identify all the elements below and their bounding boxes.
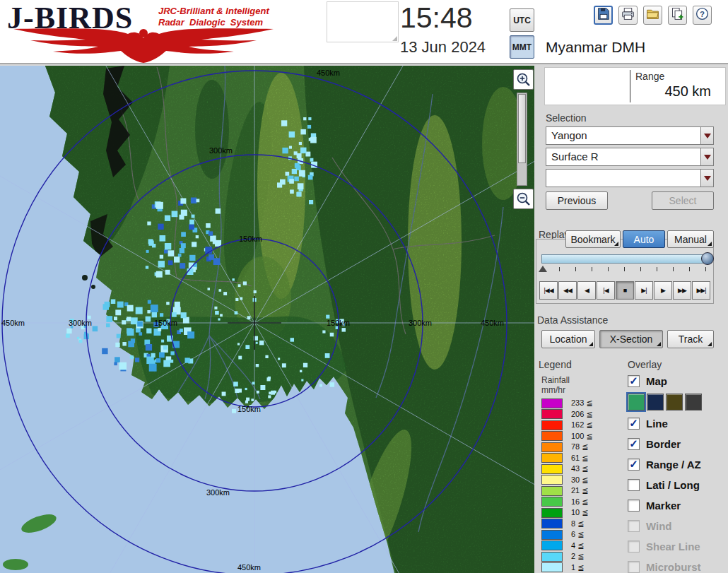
bookmark-button[interactable]: Bookmark	[565, 230, 621, 248]
rewind-button[interactable]: ◀◀	[558, 281, 577, 300]
legend-row: 233 ≦	[541, 398, 593, 409]
checkmark-icon: ✓	[629, 459, 638, 469]
ring-label: 300km	[206, 488, 230, 497]
dropdown-arrow-icon[interactable]	[700, 148, 714, 166]
dropdown-arrow-icon[interactable]	[700, 169, 714, 187]
zoom-scrollbar-thumb[interactable]	[518, 94, 526, 163]
replay-timeline-slider[interactable]	[541, 254, 710, 264]
open-button[interactable]	[643, 6, 662, 25]
ring-label: 450km	[317, 69, 340, 77]
skip-end-button[interactable]: ▶▶|	[692, 281, 710, 300]
legend-value: 100 ≦	[571, 432, 593, 441]
export-button[interactable]	[668, 6, 687, 25]
help-button[interactable]: ?	[693, 6, 712, 25]
legend-color-swatch	[541, 398, 563, 408]
fast-forward-button[interactable]: ▶▶	[673, 281, 691, 300]
manual-button[interactable]: Manual	[667, 230, 714, 248]
auto-button[interactable]: Auto	[623, 230, 665, 248]
previous-button[interactable]: Previous	[546, 191, 608, 210]
checkbox-border[interactable]: ✓	[628, 438, 640, 450]
dropdown-arrow-icon[interactable]	[700, 126, 714, 145]
header-bar: J-BIRDS JRC-Brilliant & Intelligent Rada…	[0, 0, 728, 64]
legend-row: 162 ≦	[541, 420, 593, 431]
overlay-row-range-az: ✓Range / AZ	[628, 456, 728, 472]
extra-dropdown-value[interactable]	[546, 169, 700, 187]
legend-color-swatch	[541, 409, 563, 419]
site-dropdown[interactable]: Yangon	[546, 126, 714, 145]
map-style-swatch-1[interactable]	[628, 394, 645, 410]
legend-row: 43 ≦	[541, 463, 593, 475]
overlay-label: Border	[646, 438, 681, 450]
legend-row: 10 ≦	[541, 507, 593, 519]
range-divider	[630, 70, 630, 102]
island	[3, 559, 28, 570]
product-dropdown[interactable]: Surface R	[546, 148, 714, 166]
magnifier-plus-icon	[516, 72, 532, 88]
overlay-label: Map	[646, 375, 667, 387]
logo-tagline-1: JRC-Brilliant & Intelligent	[158, 6, 269, 16]
track-button[interactable]: Track	[667, 330, 714, 348]
mmt-button[interactable]: MMT	[510, 35, 534, 59]
print-icon	[621, 6, 635, 24]
play-reverse-button[interactable]: ◀	[577, 281, 596, 300]
step-forward-button[interactable]: ▶|	[635, 281, 653, 300]
legend-row: 78 ≦	[541, 442, 593, 453]
utc-button[interactable]: UTC	[510, 8, 534, 32]
legend-value: 206 ≦	[571, 410, 593, 419]
legend-row: 61 ≦	[541, 453, 593, 464]
checkbox-map[interactable]: ✓	[628, 375, 640, 387]
overlay-row-microburst: Microburst	[628, 559, 728, 573]
skip-start-button[interactable]: |◀◀	[539, 281, 558, 300]
play-button[interactable]: ▶	[654, 281, 672, 300]
legend-row: 4 ≦	[541, 540, 593, 552]
playback-controls: |◀◀◀◀◀|◀■▶|▶▶▶▶▶|	[539, 281, 710, 300]
legend-row: 2 ≦	[541, 551, 593, 562]
overlay-label: Wind	[646, 520, 672, 532]
select-button[interactable]: Select	[652, 191, 714, 210]
legend-scale: 233 ≦206 ≦162 ≦100 ≦78 ≦61 ≦43 ≦30 ≦21 ≦…	[541, 398, 593, 573]
legend-value: 162 ≦	[571, 420, 593, 430]
legend-row: 30 ≦	[541, 475, 593, 486]
legend-row: 100 ≦	[541, 431, 593, 442]
legend-row: 206 ≦	[541, 409, 593, 420]
location-button[interactable]: Location	[541, 330, 595, 348]
x-section-button[interactable]: X-Section	[599, 330, 663, 348]
overlay-label: Microburst	[646, 561, 701, 573]
svg-text:?: ?	[700, 10, 705, 18]
checkmark-icon: ✓	[629, 439, 638, 449]
site-dropdown-value[interactable]: Yangon	[546, 126, 700, 145]
print-button[interactable]	[618, 6, 638, 25]
stop-button[interactable]: ■	[616, 281, 634, 300]
timeline-thumb[interactable]	[701, 252, 714, 265]
map-style-swatch-4[interactable]	[685, 394, 702, 410]
range-display: Range 450 km	[544, 67, 726, 105]
step-back-button[interactable]: |◀	[597, 281, 615, 300]
checkbox-line[interactable]: ✓	[628, 418, 640, 430]
zoom-in-button[interactable]	[513, 69, 534, 90]
map-style-swatch-2[interactable]	[647, 394, 664, 410]
save-button[interactable]	[594, 6, 613, 25]
zoom-out-button[interactable]	[513, 189, 534, 209]
extra-dropdown[interactable]	[546, 169, 714, 187]
checkbox-marker[interactable]	[628, 500, 640, 512]
legend-color-swatch	[541, 540, 563, 550]
range-value: 450 km	[664, 83, 711, 100]
checkbox-lati-long[interactable]	[628, 479, 640, 491]
product-dropdown-value[interactable]: Surface R	[546, 148, 700, 166]
map-style-swatch-3[interactable]	[666, 394, 683, 410]
checkbox-shear-line	[628, 540, 640, 553]
legend-row: 16 ≦	[541, 497, 593, 508]
legend-color-swatch	[541, 464, 563, 474]
station-logo-placeholder	[327, 1, 399, 42]
range-label: Range	[635, 71, 664, 82]
data-assistance-label: Data Assistance	[537, 314, 608, 326]
checkbox-range-az[interactable]: ✓	[628, 459, 640, 471]
legend-color-swatch	[541, 562, 563, 572]
legend-value: 8 ≦	[571, 519, 584, 528]
legend-color-swatch	[541, 530, 563, 540]
overlay-label: Range / AZ	[646, 459, 701, 471]
radar-map[interactable]: 450km300km150km450km300km150km150km300km…	[0, 66, 534, 573]
ring-label: 300km	[209, 146, 233, 155]
ring-label: 450km	[481, 319, 504, 327]
zoom-scrollbar[interactable]	[517, 93, 527, 186]
